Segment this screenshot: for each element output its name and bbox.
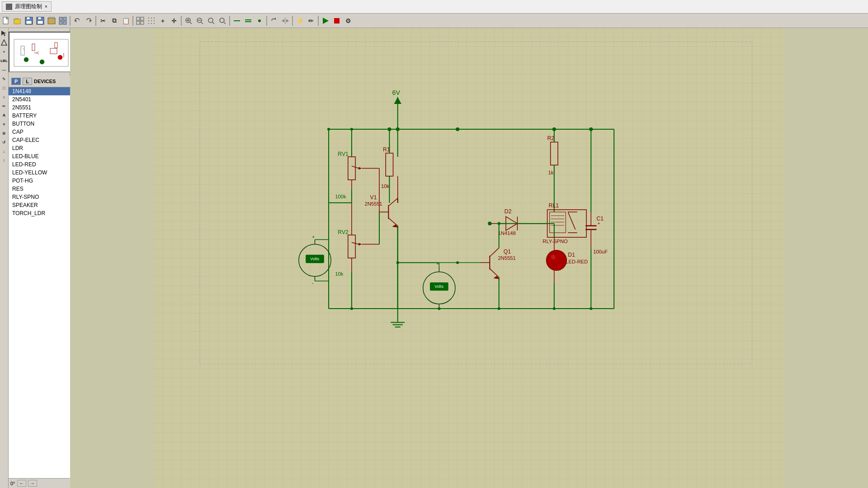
- scroll-left-button[interactable]: ←: [17, 480, 26, 487]
- schematic-canvas[interactable]: 6V: [70, 28, 868, 488]
- mirror-button[interactable]: [280, 15, 291, 26]
- list-tool-button[interactable]: ≡: [0, 120, 8, 128]
- bus-button[interactable]: [243, 15, 254, 26]
- svg-text:R2: R2: [547, 135, 555, 141]
- svg-text:C1: C1: [596, 216, 604, 222]
- device-tab-l[interactable]: L: [23, 78, 32, 85]
- rotate-button[interactable]: [269, 15, 279, 26]
- component-tool-button[interactable]: [0, 39, 8, 47]
- svg-point-340: [589, 127, 593, 131]
- open-lib-button[interactable]: [46, 15, 57, 26]
- wire-button[interactable]: [231, 15, 242, 26]
- svg-point-32: [151, 23, 152, 24]
- svg-marker-56: [1, 31, 6, 36]
- svg-point-338: [327, 128, 330, 131]
- label-tool-button[interactable]: LBL: [0, 57, 8, 65]
- svg-text:6V: 6V: [392, 89, 400, 96]
- svg-point-49: [258, 19, 261, 22]
- device-item-pot-hg[interactable]: POT-HG: [9, 177, 72, 185]
- grid-button[interactable]: [135, 15, 146, 26]
- grid-dots-button[interactable]: [146, 15, 157, 26]
- device-tab-p[interactable]: P: [11, 78, 21, 85]
- paste-button[interactable]: 📋: [120, 15, 131, 26]
- zoom-fit-button[interactable]: [194, 15, 205, 26]
- junction-button[interactable]: [254, 15, 265, 26]
- svg-text:1k: 1k: [548, 170, 554, 175]
- pencil-tool-button[interactable]: ✎: [0, 75, 8, 83]
- device-item-2n5401[interactable]: 2N5401: [9, 95, 72, 103]
- svg-marker-54: [323, 18, 329, 24]
- open-button[interactable]: [12, 15, 23, 26]
- add-node-button[interactable]: +: [157, 15, 168, 26]
- svg-line-44: [224, 22, 226, 24]
- add-pin-button[interactable]: ✛: [169, 15, 179, 26]
- step-up-button[interactable]: ↑: [0, 156, 8, 164]
- svg-point-72: [58, 55, 62, 60]
- device-item-battery[interactable]: BATTERY: [9, 112, 72, 120]
- plus-tool-button[interactable]: ⊕: [0, 129, 8, 137]
- svg-point-295: [498, 222, 500, 225]
- toolbar: + ✂ ⧉ 📋 + ✛: [0, 14, 868, 28]
- svg-text:D2: D2: [505, 208, 512, 215]
- svg-text:V1: V1: [370, 194, 377, 201]
- device-item-rly-spno[interactable]: RLY-SPNO: [9, 193, 72, 201]
- svg-text:RLY-SPNO: RLY-SPNO: [542, 239, 568, 244]
- lib2-button[interactable]: [57, 15, 68, 26]
- redo-button[interactable]: [83, 15, 94, 26]
- probe-button[interactable]: ⚡: [294, 15, 305, 26]
- device-item-torch_ldr[interactable]: TORCH_LDR: [9, 209, 72, 217]
- device-item-cap[interactable]: CAP: [9, 128, 72, 136]
- run-button[interactable]: [320, 15, 331, 26]
- svg-rect-21: [137, 17, 140, 20]
- svg-text:+: +: [41, 21, 43, 24]
- device-item-led-red[interactable]: LED-RED: [9, 160, 72, 169]
- save-button[interactable]: [24, 15, 34, 26]
- text-tool-button[interactable]: A: [0, 111, 8, 119]
- svg-point-43: [220, 18, 224, 23]
- device-item-ldr[interactable]: LDR: [9, 144, 72, 152]
- device-item-res[interactable]: RES: [9, 185, 72, 193]
- device-item-1n4148[interactable]: 1N4148: [9, 87, 72, 95]
- undo-button[interactable]: [72, 15, 83, 26]
- svg-rect-0: [6, 4, 12, 9]
- svg-rect-7: [27, 17, 30, 19]
- device-item-led-blue[interactable]: LED-BLUE: [9, 152, 72, 160]
- wire-tool-button[interactable]: —: [0, 66, 8, 74]
- save-as-button[interactable]: +: [35, 15, 46, 26]
- text-draw-button[interactable]: ✏: [0, 102, 8, 110]
- svg-point-30: [154, 20, 155, 21]
- device-item-cap-elec[interactable]: CAP-ELEC: [9, 136, 72, 144]
- scroll-right-button[interactable]: →: [28, 480, 37, 487]
- zoom-box-button[interactable]: [217, 15, 228, 26]
- device-item-led-yellow[interactable]: LED-YELLOW: [9, 169, 72, 177]
- rect-tool-button[interactable]: □: [0, 84, 8, 92]
- device-item-button[interactable]: BUTTON: [9, 120, 72, 128]
- copy-button[interactable]: ⧉: [109, 15, 120, 26]
- svg-text:100uF: 100uF: [593, 249, 608, 254]
- device-item-speaker[interactable]: SPEAKER: [9, 201, 72, 209]
- svg-text:R1: R1: [383, 146, 390, 153]
- device-item-2n5551[interactable]: 2N5551: [9, 103, 72, 112]
- main-tab[interactable]: 原理图绘制 ×: [2, 1, 52, 12]
- zoom-in-button[interactable]: [183, 15, 194, 26]
- svg-line-35: [190, 22, 192, 24]
- stop-button[interactable]: [331, 15, 342, 26]
- marker-button[interactable]: ✏: [306, 15, 316, 26]
- device-list-header: DEVICES: [34, 79, 56, 84]
- new-button[interactable]: [1, 15, 12, 26]
- tab-close-button[interactable]: ×: [45, 4, 47, 9]
- step-down-button[interactable]: ↓: [0, 147, 8, 155]
- rotate-left-button[interactable]: ↺: [0, 138, 8, 146]
- zoom-out-button[interactable]: [206, 15, 217, 26]
- svg-point-313: [547, 250, 567, 271]
- sep-7: [292, 16, 293, 26]
- cut-button[interactable]: ✂: [98, 15, 108, 26]
- circle-tool-button[interactable]: ○: [0, 93, 8, 101]
- canvas-area[interactable]: 6V: [70, 28, 868, 488]
- svg-marker-57: [1, 40, 7, 45]
- svg-rect-16: [63, 17, 66, 20]
- add-tool-button[interactable]: +: [0, 48, 8, 56]
- svg-text:10k: 10k: [381, 183, 389, 189]
- select-tool-button[interactable]: [0, 30, 8, 38]
- settings-button[interactable]: ⚙: [343, 15, 354, 26]
